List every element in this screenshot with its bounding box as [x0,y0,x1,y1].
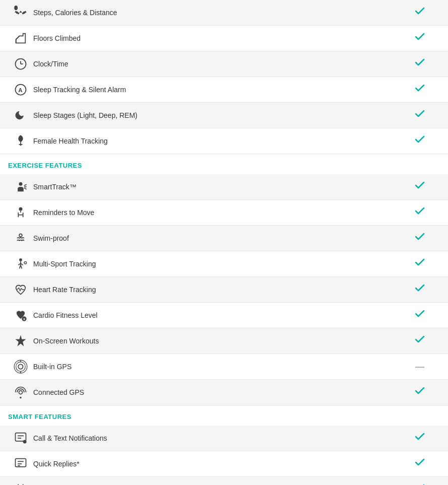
svg-point-34 [23,440,27,444]
feature-name-smarttrack: SmartTrack™ [33,182,400,191]
feature-name-quick-replies: Quick Replies* [33,459,400,468]
feature-name-heartrate: Heart Rate Tracking [33,285,400,294]
check-icon-reminders [414,205,426,220]
svg-rect-31 [16,433,26,441]
feature-name-multisport: Multi-Sport Tracking [33,259,400,268]
section-header-label: SMART FEATURES [8,413,71,421]
feature-name-sleep-tracking: Sleep Tracking & Silent Alarm [33,85,400,94]
svg-point-20 [24,261,27,264]
svg-line-19 [21,265,22,268]
feature-name-builtin-gps: Built-in GPS [33,362,400,371]
icon-floors [8,31,33,46]
check-cell-reminders [400,205,440,220]
svg-point-25 [16,362,26,372]
section-header-label: EXERCISE FEATURES [8,162,82,169]
feature-row-steps: Steps, Calories & Distance [0,0,448,26]
feature-name-clock: Clock/Time [33,59,400,68]
check-cell-quick-replies [400,456,440,471]
feature-row-swim: Swim-proof [0,226,448,251]
check-cell-calendar [400,482,440,485]
check-icon-multisport [414,256,426,271]
icon-sleep-tracking: A [8,82,33,97]
check-icon-onscreen [414,333,426,349]
feature-row-quick-replies: Quick Replies* [0,451,448,477]
check-cell-multisport [400,256,440,271]
check-icon-heartrate [414,282,426,297]
check-icon-quick-replies [414,456,426,471]
feature-row-female-health: Female Health Tracking [0,128,448,154]
icon-multisport [8,256,33,271]
icon-quick-replies [8,456,33,471]
check-cell-onscreen [400,333,440,349]
svg-point-24 [18,364,23,369]
icon-reminders [8,205,33,220]
check-cell-swim [400,231,440,246]
icon-cardio: + [8,308,33,323]
feature-row-calendar: Calendar Alerts [0,477,448,485]
feature-row-floors: Floors Climbed [0,26,448,51]
check-icon-cardio [414,308,426,323]
icon-sleep-stages [8,108,33,123]
svg-point-2 [14,6,18,10]
feature-row-sleep-tracking: ASleep Tracking & Silent Alarm [0,77,448,103]
feature-name-call-text: Call & Text Notifications [33,434,400,443]
check-cell-connected-gps [400,385,440,400]
feature-name-onscreen: On-Screen Workouts [33,336,400,345]
check-cell-cardio [400,308,440,323]
section-header-smart-features: SMART FEATURES [0,405,448,426]
check-icon-swim [414,231,426,246]
check-cell-floors [400,31,440,46]
check-cell-heartrate [400,282,440,297]
check-icon-steps [414,5,426,20]
svg-text:A: A [18,87,23,93]
check-cell-steps [400,5,440,20]
check-icon-female-health [414,133,426,149]
feature-name-reminders: Reminders to Move [33,208,400,217]
dash-icon-builtin-gps: — [415,362,424,372]
icon-clock [8,56,33,72]
check-cell-female-health [400,133,440,149]
feature-row-builtin-gps: Built-in GPS— [0,354,448,380]
svg-marker-23 [16,335,26,346]
check-cell-builtin-gps: — [400,362,440,372]
feature-row-heartrate: Heart Rate Tracking [0,277,448,303]
section-header-exercise-features: EXERCISE FEATURES [0,154,448,174]
check-icon-clock [414,56,426,72]
check-cell-smarttrack [400,179,440,194]
check-icon-smarttrack [414,179,426,194]
icon-calendar [8,482,33,485]
icon-smarttrack [8,179,33,194]
icon-call-text [8,431,33,446]
check-icon-call-text [414,431,426,446]
check-icon-sleep-stages [414,108,426,123]
feature-name-swim: Swim-proof [33,234,400,243]
svg-rect-35 [16,459,26,467]
svg-point-14 [19,258,22,261]
feature-name-steps: Steps, Calories & Distance [33,8,400,17]
feature-name-sleep-stages: Sleep Stages (Light, Deep, REM) [33,111,400,120]
feature-row-sleep-stages: Sleep Stages (Light, Deep, REM) [0,103,448,128]
feature-row-smarttrack: SmartTrack™ [0,174,448,200]
feature-row-multisport: Multi-Sport Tracking [0,251,448,277]
check-cell-call-text [400,431,440,446]
check-cell-clock [400,56,440,72]
svg-point-29 [19,391,23,394]
feature-row-call-text: Call & Text Notifications [0,426,448,451]
feature-name-cardio: Cardio Fitness Level [33,311,400,320]
svg-point-11 [19,207,23,211]
svg-point-30 [20,397,22,399]
check-icon-floors [414,31,426,46]
icon-connected-gps [8,385,33,400]
feature-row-connected-gps: Connected GPS [0,380,448,405]
feature-row-reminders: Reminders to Move [0,200,448,226]
icon-builtin-gps [8,359,33,374]
icon-steps [8,5,33,20]
svg-text:+: + [23,317,26,322]
check-icon-sleep-tracking [414,82,426,97]
icon-swim [8,231,33,246]
feature-name-female-health: Female Health Tracking [33,136,400,146]
feature-row-clock: Clock/Time [0,51,448,77]
icon-heartrate [8,282,33,297]
svg-point-13 [19,234,22,237]
check-icon-calendar [414,482,426,485]
